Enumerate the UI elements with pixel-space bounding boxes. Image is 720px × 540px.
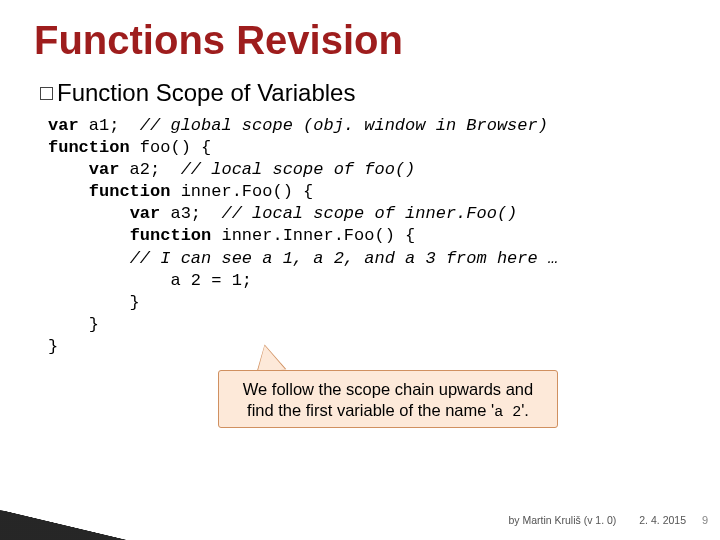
code-text: a1; [79,116,140,135]
indent [48,160,89,179]
kw-var: var [89,160,120,179]
slide-subtitle: Function Scope of Variables [0,63,720,107]
code-comment: // local scope of foo() [181,160,416,179]
bullet-box-icon [40,87,53,100]
subtitle-prefix: Function [57,79,149,106]
indent [48,182,89,201]
code-comment: // I can see a 1, a 2, and a 3 from here… [130,249,558,268]
footer-page-number: 9 [702,514,708,526]
callout-line2b: '. [521,401,529,419]
code-block: var a1; // global scope (obj. window in … [0,107,720,358]
code-text: } [48,315,99,334]
code-text: a2; [119,160,180,179]
kw-var: var [130,204,161,223]
footer-author: by Martin Kruliš (v 1. 0) [508,514,616,526]
code-text: } [48,337,58,356]
callout-var: a 2 [494,404,521,421]
callout-line1: We follow the scope chain upwards and [243,380,533,398]
callout-tail [255,344,286,373]
code-text: a3; [160,204,221,223]
kw-function: function [48,138,130,157]
code-text: inner.Inner.Foo() { [211,226,415,245]
kw-var: var [48,116,79,135]
decorative-wedge [0,490,210,540]
code-comment: // global scope (obj. window in Browser) [140,116,548,135]
indent [48,226,130,245]
indent [48,204,130,223]
code-text: inner.Foo() { [170,182,313,201]
code-text: foo() { [130,138,212,157]
callout-line2a: find the first variable of the name ' [247,401,494,419]
code-text: } [48,293,140,312]
kw-function: function [130,226,212,245]
callout-box: We follow the scope chain upwards and fi… [218,370,558,428]
slide-footer: by Martin Kruliš (v 1. 0) 2. 4. 2015 9 [508,514,686,526]
kw-function: function [89,182,171,201]
footer-date: 2. 4. 2015 [639,514,686,526]
code-text: a 2 = 1; [48,271,252,290]
slide-title: Functions Revision [0,0,720,63]
code-comment: // local scope of inner.Foo() [221,204,517,223]
subtitle-rest: Scope of Variables [149,79,355,106]
indent [48,249,130,268]
